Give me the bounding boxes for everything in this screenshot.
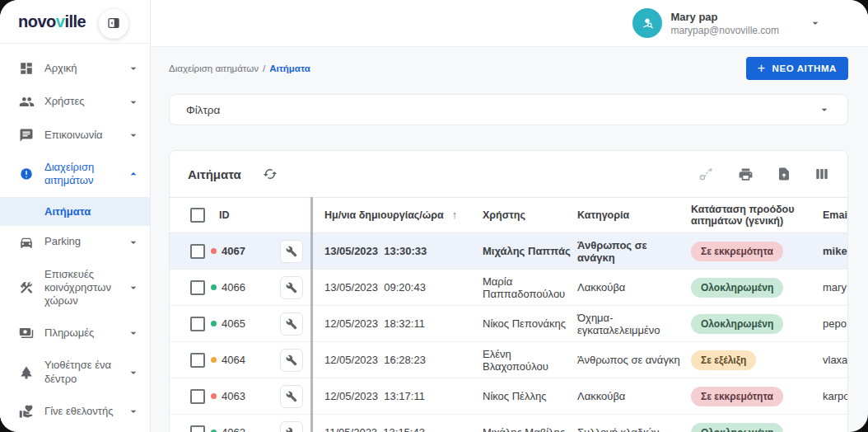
request-user: Νίκος Πέλλης xyxy=(483,385,577,407)
row-checkbox[interactable] xyxy=(190,353,205,368)
column-header-email[interactable]: Email xyxy=(823,204,848,226)
select-all-checkbox[interactable] xyxy=(190,208,205,223)
request-datetime: 12/05/2023 13:17:11 xyxy=(313,385,483,407)
requests-table-card: Αιτήματα ID Ημ/νια δημιουργίας/ώρα↑ xyxy=(169,150,848,432)
request-id: 4067 xyxy=(222,245,245,257)
sidebar-item-request-management[interactable]: Διαχείριση αιτημάτων xyxy=(0,152,150,197)
request-category: Λακκούβα xyxy=(577,385,691,407)
chevron-down-icon xyxy=(127,281,140,294)
sidebar-item-users[interactable]: Χρήστες xyxy=(0,85,150,119)
column-header-category[interactable]: Κατηγορία xyxy=(577,204,691,226)
topbar: Mary pap marypap@novoville.com xyxy=(151,0,868,47)
chevron-down-icon xyxy=(127,129,140,142)
column-pin-divider[interactable] xyxy=(310,197,313,432)
sidebar-item-communication[interactable]: Επικοινωνία xyxy=(0,119,150,152)
plus-icon: + xyxy=(758,62,766,75)
edit-request-button[interactable] xyxy=(280,421,303,432)
map-route-icon[interactable] xyxy=(698,166,715,182)
collapse-panel-icon xyxy=(107,16,120,32)
request-email: karpo xyxy=(823,385,848,407)
user-menu[interactable]: Mary pap marypap@novoville.com xyxy=(632,8,822,38)
status-badge: Ολοκληρωμένη xyxy=(691,314,783,334)
chevron-down-icon xyxy=(127,62,140,75)
volunteer-icon xyxy=(18,404,35,419)
table-row[interactable]: 4066 13/05/2023 09:20:43 Μαρία Παππαδοπο… xyxy=(170,270,847,306)
export-file-icon[interactable] xyxy=(777,167,791,181)
column-header-user[interactable]: Χρήστης xyxy=(483,204,577,226)
request-email: pepo xyxy=(823,312,848,335)
row-checkbox[interactable] xyxy=(190,244,205,259)
edit-request-button[interactable] xyxy=(280,312,303,336)
column-header-date[interactable]: Ημ/νια δημιουργίας/ώρα xyxy=(324,209,444,221)
row-checkbox[interactable] xyxy=(190,280,205,295)
requests-icon xyxy=(18,167,35,181)
sidebar-item-repairs[interactable]: Επισκευές κοινόχρηστων χώρων xyxy=(0,259,150,317)
sidebar-item-home[interactable]: Αρχική xyxy=(0,52,150,85)
edit-request-button[interactable] xyxy=(280,349,303,372)
request-datetime: 13/05/2023 09:20:43 xyxy=(313,276,483,298)
column-header-status[interactable]: Κατάσταση προόδου αιτημάτων (γενική) xyxy=(691,199,823,232)
request-email: vlaxa xyxy=(823,349,848,371)
edit-request-button[interactable] xyxy=(280,385,303,408)
car-icon xyxy=(18,235,35,250)
table-row[interactable]: 4063 12/05/2023 13:17:11 Νίκος Πέλλης Λα… xyxy=(170,378,847,415)
request-email: mary xyxy=(823,276,848,298)
status-badge: Ολοκληρωμένη xyxy=(691,423,783,432)
columns-icon[interactable] xyxy=(814,167,829,181)
priority-dot-orange xyxy=(211,357,217,363)
request-datetime: 13/05/2023 13:30:33 xyxy=(313,240,483,262)
chevron-down-icon xyxy=(127,405,140,418)
avatar xyxy=(632,8,662,38)
edit-request-button[interactable] xyxy=(280,276,303,299)
request-category: Άνθρωπος σε ανάγκη xyxy=(577,234,691,269)
request-id: 4066 xyxy=(222,281,245,293)
request-user: Μιχάλης Παππάς xyxy=(483,240,577,262)
chevron-down-icon xyxy=(818,103,831,116)
sidebar-item-volunteer[interactable]: Γίνε εθελοντής xyxy=(0,395,150,428)
wrench-icon xyxy=(286,282,297,293)
chevron-down-icon xyxy=(809,16,822,30)
row-checkbox[interactable] xyxy=(190,425,205,432)
sort-asc-icon[interactable]: ↑ xyxy=(452,209,457,221)
request-user: Μιχάλης Μαβίλης xyxy=(483,421,577,432)
request-category: Λακκούβα xyxy=(577,276,691,298)
wrench-icon xyxy=(286,391,297,402)
request-user: Ελένη Βλαχοπούλου xyxy=(483,343,577,378)
sidebar-item-adopt-tree[interactable]: Υιοθέτησε ένα δέντρο xyxy=(0,350,150,395)
sidebar-item-statistics[interactable]: Στατιστικά xyxy=(0,428,150,432)
status-badge: Ολοκληρωμένη xyxy=(691,278,783,298)
table-row[interactable]: 4062 11/05/2023 13:15:43 Μιχάλης Μαβίλης… xyxy=(170,415,847,432)
row-checkbox[interactable] xyxy=(190,317,205,331)
chevron-down-icon xyxy=(127,96,140,109)
table-row[interactable]: 4065 12/05/2023 18:32:11 Νίκος Πεπονάκης… xyxy=(170,306,847,342)
breadcrumb-parent[interactable]: Διαχείριση αιτημάτων xyxy=(169,63,259,73)
wrench-icon xyxy=(286,355,297,366)
table-row[interactable]: 4064 12/05/2023 16:28:23 Ελένη Βλαχοπούλ… xyxy=(170,342,847,378)
request-id: 4064 xyxy=(222,354,245,366)
column-header-id[interactable]: ID xyxy=(211,209,230,221)
breadcrumb-current: Αιτήματα xyxy=(269,63,310,73)
request-email xyxy=(823,428,848,432)
sidebar-item-parking[interactable]: Parking xyxy=(0,226,150,259)
sidebar-nav: Αρχική Χρήστες Επικοινωνία Διαχείριση αι… xyxy=(0,44,150,432)
row-checkbox[interactable] xyxy=(190,389,205,404)
new-request-button[interactable]: + ΝΕΟ ΑΙΤΗΜΑ xyxy=(746,57,848,80)
table-row[interactable]: 4067 13/05/2023 13:30:33 Μιχάλης Παππάς … xyxy=(170,233,847,270)
refresh-icon[interactable] xyxy=(263,167,278,181)
print-icon[interactable] xyxy=(738,167,754,182)
request-user: Μαρία Παππαδοπούλου xyxy=(483,270,577,305)
status-badge: Σε εκκρεμότητα xyxy=(691,242,783,261)
sidebar-item-payments[interactable]: Πληρωμές xyxy=(0,317,150,350)
sidebar-collapse-button[interactable] xyxy=(99,9,128,39)
edit-request-button[interactable] xyxy=(280,240,303,263)
sidebar-subitem-requests[interactable]: Αιτήματα xyxy=(0,197,150,226)
filters-panel[interactable]: Φίλτρα xyxy=(169,94,848,125)
request-user: Νίκος Πεπονάκης xyxy=(483,312,577,335)
user-name: Mary pap xyxy=(670,11,779,23)
content: Διαχείριση αιτημάτων/Αιτήματα + ΝΕΟ ΑΙΤΗ… xyxy=(151,47,868,432)
request-category: Συλλογή κλαδιών xyxy=(577,421,691,432)
sidebar: novoville Αρχική Χρήστες Επικοινωνία xyxy=(0,0,151,432)
filters-label: Φίλτρα xyxy=(186,104,220,116)
table-header-row: ID Ημ/νια δημιουργίας/ώρα↑ Χρήστης Κατηγ… xyxy=(170,197,847,233)
app-window: novoville Αρχική Χρήστες Επικοινωνία xyxy=(0,0,868,432)
